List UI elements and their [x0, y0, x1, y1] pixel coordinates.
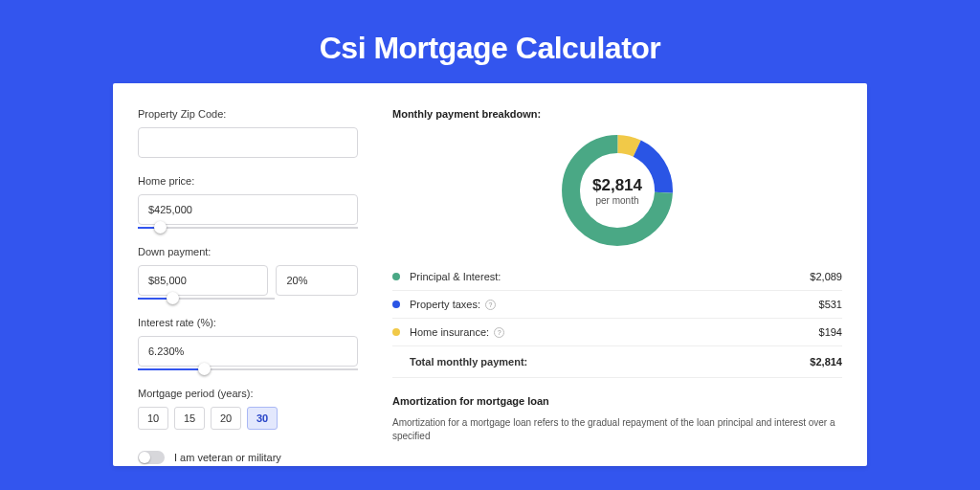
interest-slider[interactable] [138, 368, 358, 370]
breakdown-title: Monthly payment breakdown: [392, 108, 842, 120]
legend-dot-icon [392, 301, 400, 308]
legend-label: Home insurance:? [410, 326, 819, 338]
legend-total-row: Total monthly payment: $2,814 [392, 346, 842, 378]
period-button-15[interactable]: 15 [174, 407, 205, 430]
legend-total-label: Total monthly payment: [410, 356, 810, 368]
veteran-label: I am veteran or military [174, 452, 281, 463]
zip-input[interactable] [138, 127, 358, 158]
veteran-toggle-row: I am veteran or military [138, 451, 358, 464]
period-button-30[interactable]: 30 [247, 407, 278, 430]
home-price-input[interactable] [138, 194, 358, 225]
page-title: Csi Mortgage Calculator [320, 31, 661, 66]
period-label: Mortgage period (years): [138, 388, 358, 399]
slider-thumb[interactable] [167, 292, 179, 304]
legend-row: Principal & Interest:$2,089 [392, 263, 842, 291]
home-price-slider[interactable] [138, 227, 358, 229]
amortization-text: Amortization for a mortgage loan refers … [392, 416, 842, 443]
period-button-20[interactable]: 20 [211, 407, 241, 430]
veteran-toggle[interactable] [138, 451, 165, 464]
down-payment-field-group: Down payment: [138, 246, 358, 300]
legend-label: Principal & Interest: [410, 271, 810, 282]
info-icon[interactable]: ? [485, 300, 496, 310]
legend-label: Property taxes:? [410, 299, 819, 310]
period-button-10[interactable]: 10 [138, 407, 168, 430]
form-column: Property Zip Code: Home price: Down paym… [138, 108, 375, 466]
down-payment-pct-input[interactable] [276, 265, 358, 296]
calculator-card: Property Zip Code: Home price: Down paym… [113, 83, 867, 466]
breakdown-column: Monthly payment breakdown: $2,814 per mo… [375, 108, 842, 466]
interest-label: Interest rate (%): [138, 317, 358, 328]
legend-total-value: $2,814 [810, 356, 842, 368]
down-payment-slider[interactable] [138, 298, 275, 300]
donut-total: $2,814 [592, 176, 642, 195]
period-field-group: Mortgage period (years): 10152030 [138, 388, 358, 430]
slider-thumb[interactable] [198, 363, 211, 375]
zip-label: Property Zip Code: [138, 108, 358, 120]
down-payment-input[interactable] [138, 265, 268, 296]
legend-dot-icon [392, 328, 400, 336]
legend-value: $194 [819, 326, 842, 338]
zip-field-group: Property Zip Code: [138, 108, 358, 158]
legend-row: Home insurance:?$194 [392, 319, 842, 346]
interest-input[interactable] [138, 336, 358, 367]
amortization-title: Amortization for mortgage loan [392, 395, 842, 407]
down-payment-label: Down payment: [138, 246, 358, 257]
slider-thumb[interactable] [154, 221, 167, 234]
legend-value: $531 [819, 299, 842, 310]
toggle-knob [139, 452, 150, 463]
info-icon[interactable]: ? [494, 327, 504, 338]
donut-chart-wrap: $2,814 per month [392, 129, 842, 252]
donut-sub: per month [595, 195, 638, 206]
home-price-label: Home price: [138, 175, 358, 187]
donut-chart: $2,814 per month [556, 129, 679, 252]
legend-row: Property taxes:?$531 [392, 291, 842, 319]
interest-field-group: Interest rate (%): [138, 317, 358, 370]
home-price-field-group: Home price: [138, 175, 358, 229]
legend-value: $2,089 [810, 271, 842, 282]
legend-dot-icon [392, 273, 400, 280]
